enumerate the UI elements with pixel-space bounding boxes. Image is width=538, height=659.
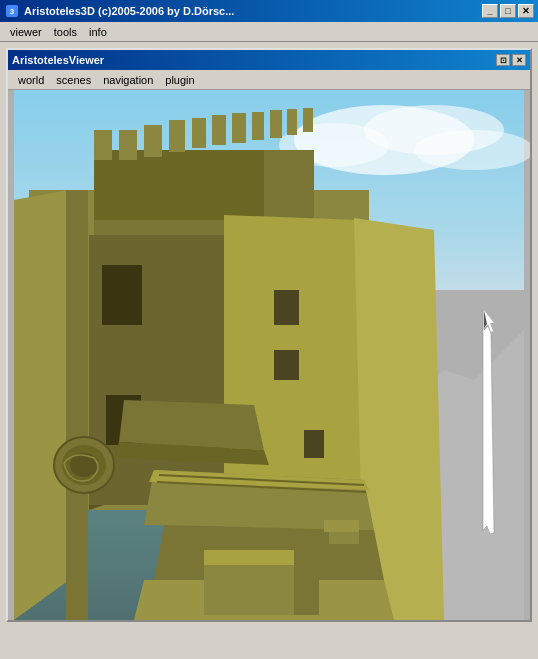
inner-menu-bar: world scenes navigation plugin [8,70,530,90]
3d-viewport[interactable] [8,90,530,620]
inner-restore-button[interactable]: ⊡ [496,54,510,66]
svg-rect-49 [324,520,359,532]
svg-rect-21 [270,110,282,138]
minimize-button[interactable]: _ [482,4,498,18]
maximize-button[interactable]: □ [500,4,516,18]
svg-rect-47 [204,550,294,565]
title-bar: 3 Aristoteles3D (c)2005-2006 by D.Dörsc.… [0,0,538,22]
inner-menu-item-world[interactable]: world [12,72,50,88]
inner-title-text: AristotelesViewer [12,54,496,66]
svg-rect-13 [94,130,112,160]
svg-rect-12 [94,150,264,220]
svg-marker-36 [119,400,264,450]
svg-rect-16 [169,120,185,152]
svg-rect-25 [66,190,88,620]
svg-rect-42 [274,350,299,380]
inner-window: AristotelesViewer ⊡ ✕ world scenes navig… [6,48,532,622]
scene-svg [8,90,530,620]
inner-menu-item-scenes[interactable]: scenes [50,72,97,88]
svg-text:3: 3 [10,7,15,16]
inner-close-button[interactable]: ✕ [512,54,526,66]
svg-rect-22 [287,109,297,135]
menu-item-info[interactable]: info [83,24,113,40]
close-button[interactable]: ✕ [518,4,534,18]
svg-rect-23 [303,108,313,132]
svg-rect-17 [192,118,206,148]
svg-rect-19 [232,113,246,143]
svg-rect-51 [334,544,359,554]
svg-marker-52 [483,310,494,534]
svg-rect-50 [329,532,359,544]
svg-rect-30 [102,265,142,325]
svg-rect-48 [294,550,319,615]
menu-item-tools[interactable]: tools [48,24,83,40]
svg-rect-43 [304,430,324,458]
title-bar-buttons: _ □ ✕ [482,4,534,18]
main-menu-bar: viewer tools info [0,22,538,42]
svg-marker-24 [14,190,69,620]
svg-rect-15 [144,125,162,157]
svg-rect-20 [252,112,264,140]
inner-menu-item-navigation[interactable]: navigation [97,72,159,88]
inner-menu-item-plugin[interactable]: plugin [159,72,200,88]
svg-rect-41 [274,290,299,325]
svg-point-6 [414,130,530,170]
svg-rect-18 [212,115,226,145]
inner-title-buttons: ⊡ ✕ [496,54,526,66]
app-icon: 3 [4,3,20,19]
svg-rect-14 [119,130,137,160]
inner-title-bar: AristotelesViewer ⊡ ✕ [8,50,530,70]
title-text: Aristoteles3D (c)2005-2006 by D.Dörsc... [24,5,482,17]
svg-point-40 [70,453,98,477]
menu-item-viewer[interactable]: viewer [4,24,48,40]
